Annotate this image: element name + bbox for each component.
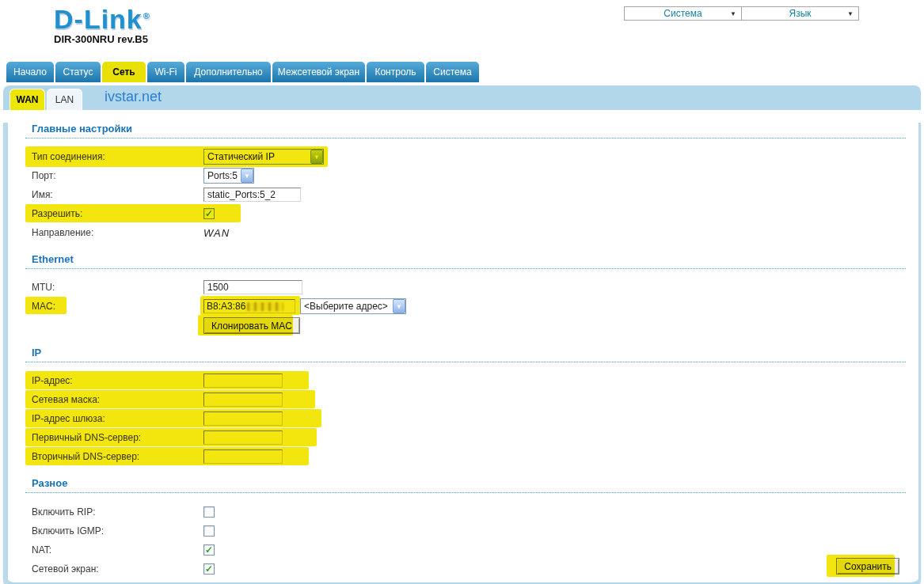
connection-type-row: Тип соединения: Статический IP ▼ [32, 149, 918, 165]
chevron-down-icon: ▼ [847, 10, 854, 17]
ip-address-label: IP-адрес: [32, 375, 203, 386]
save-row: Сохранить [836, 558, 899, 575]
subtabs: WAN LAN [10, 89, 84, 110]
rip-row: Включить RIP: [32, 504, 918, 520]
enable-checkbox[interactable] [203, 208, 215, 219]
netmask-row: Сетевая маска: [32, 392, 918, 408]
mac-row: MAC: B8:A3:86 <Выберите адрес> ▼ [32, 298, 918, 314]
language-menu-label: Язык [789, 8, 811, 19]
chevron-down-icon: ▼ [730, 10, 736, 17]
section-misc-title: Разное [25, 477, 906, 493]
firewall-row: Сетевой экран: [32, 561, 918, 577]
direction-row: Направление: WAN [32, 225, 918, 241]
system-menu-label: Система [664, 8, 702, 19]
top-menus: Система ▼ Язык ▼ [624, 6, 859, 21]
mac-input[interactable]: B8:A3:86 [203, 299, 295, 313]
subtab-band: WAN LAN ivstar.net [3, 85, 921, 110]
mac-address-select[interactable]: <Выберите адрес> ▼ [300, 298, 406, 314]
firewall-checkbox[interactable] [203, 563, 215, 575]
tab-firewall[interactable]: Межсетевой экран [272, 62, 365, 82]
mtu-input[interactable] [203, 280, 302, 294]
netmask-label: Сетевая маска: [32, 394, 203, 405]
clone-mac-button[interactable]: Клонировать MAC [203, 317, 300, 334]
device-model: DIR-300NRU rev.B5 [54, 33, 150, 45]
subtab-lan[interactable]: LAN [47, 89, 82, 110]
chevron-down-icon: ▼ [241, 169, 253, 183]
name-row: Имя: [32, 187, 918, 203]
gateway-input[interactable] [203, 411, 283, 426]
ip-address-input[interactable] [203, 374, 283, 388]
tab-control[interactable]: Контроль [367, 62, 424, 82]
enable-row: Разрешить: [32, 206, 918, 222]
main-settings-rows: Тип соединения: Статический IP ▼ Порт: P… [32, 149, 918, 241]
tab-home[interactable]: Начало [6, 62, 54, 82]
chevron-down-icon: ▼ [310, 150, 323, 164]
chevron-down-icon: ▼ [393, 299, 405, 313]
system-menu[interactable]: Система ▼ [624, 6, 742, 21]
mtu-row: MTU: [32, 279, 918, 295]
subtab-wan[interactable]: WAN [10, 89, 45, 110]
ip-rows: IP-адрес: Сетевая маска: IP-адрес шлюза:… [32, 373, 918, 465]
tab-wifi[interactable]: Wi-Fi [147, 62, 184, 82]
connection-type-label: Тип соединения: [32, 151, 203, 162]
logo-block: D-Link® DIR-300NRU rev.B5 [54, 2, 150, 45]
direction-label: Направление: [32, 227, 203, 238]
name-label: Имя: [32, 189, 203, 200]
dns2-input[interactable] [203, 449, 283, 464]
mac-redacted-portion [247, 302, 283, 311]
tab-advanced[interactable]: Дополнительно [186, 62, 271, 82]
nat-checkbox[interactable] [203, 544, 215, 556]
port-value: Ports:5 [207, 170, 238, 181]
ip-address-row: IP-адрес: [32, 373, 918, 389]
ethernet-rows: MTU: MAC: B8:A3:86 <Выберите адрес> ▼ Кл… [32, 279, 918, 334]
section-ip-title: IP [25, 347, 906, 362]
port-row: Порт: Ports:5 ▼ [32, 168, 918, 184]
tab-system[interactable]: Система [426, 62, 479, 82]
connection-type-select[interactable]: Статический IP ▼ [203, 149, 324, 165]
dns2-label: Вторичный DNS-сервер: [32, 451, 203, 462]
dns1-row: Первичный DNS-сервер: [32, 430, 918, 446]
rip-checkbox[interactable] [203, 506, 215, 518]
mac-value-visible: B8:A3:86 [207, 301, 245, 312]
enable-label: Разрешить: [32, 208, 203, 219]
mac-label: MAC: [32, 301, 203, 312]
dns1-input[interactable] [203, 430, 283, 445]
port-select[interactable]: Ports:5 ▼ [203, 168, 254, 184]
clone-mac-row: Клонировать MAC [32, 317, 918, 334]
dns2-row: Вторичный DNS-сервер: [32, 449, 918, 465]
header: D-Link® DIR-300NRU rev.B5 Система ▼ Язык… [0, 0, 924, 62]
section-ethernet-title: Ethernet [25, 253, 906, 269]
section-main-settings-title: Главные настройки [25, 123, 906, 138]
rip-label: Включить RIP: [32, 506, 203, 518]
language-menu[interactable]: Язык ▼ [741, 6, 859, 21]
direction-value: WAN [203, 227, 230, 239]
content-panel: Главные настройки Тип соединения: Статич… [3, 123, 921, 584]
igmp-row: Включить IGMP: [32, 523, 918, 539]
tab-network[interactable]: Сеть [102, 62, 146, 82]
mac-select-value: <Выберите адрес> [304, 301, 390, 312]
mtu-label: MTU: [32, 282, 203, 293]
nat-row: NAT: [32, 542, 918, 558]
misc-rows: Включить RIP: Включить IGMP: NAT: Сетево… [32, 504, 918, 577]
dns1-label: Первичный DNS-сервер: [32, 432, 203, 443]
netmask-input[interactable] [203, 392, 283, 407]
igmp-label: Включить IGMP: [32, 525, 203, 537]
dlink-logo: D-Link® [54, 2, 150, 33]
logo-text: D-Link [54, 4, 143, 34]
nat-label: NAT: [32, 544, 203, 556]
gateway-label: IP-адрес шлюза: [32, 413, 203, 424]
registered-mark-icon: ® [143, 11, 150, 21]
name-input[interactable] [203, 188, 301, 202]
gateway-row: IP-адрес шлюза: [32, 411, 918, 427]
port-label: Порт: [32, 170, 203, 181]
save-button[interactable]: Сохранить [836, 558, 899, 575]
igmp-checkbox[interactable] [203, 525, 215, 537]
firewall-label: Сетевой экран: [32, 563, 203, 575]
tab-status[interactable]: Статус [55, 62, 101, 82]
page-title: ivstar.net [105, 89, 162, 105]
main-tabs: Начало Статус Сеть Wi-Fi Дополнительно М… [6, 62, 924, 82]
connection-type-value: Статический IP [207, 151, 307, 162]
